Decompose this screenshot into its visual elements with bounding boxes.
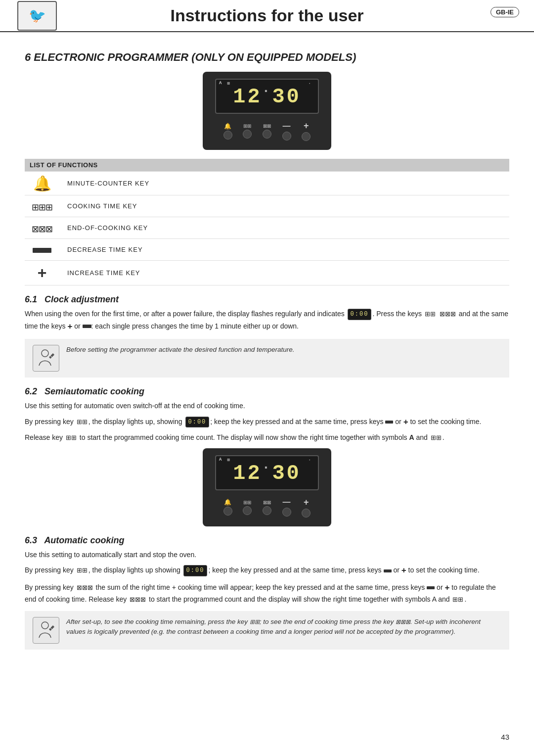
plus-label: INCREASE TIME KEY <box>59 261 509 285</box>
display-0-00-ref: 0:00 <box>348 309 372 320</box>
section6-1-label: Clock adjustment <box>44 294 119 304</box>
button-end-cooking-2: ⊠⊠ <box>263 500 271 515</box>
button-cooking: ⊞⊞ <box>243 123 252 139</box>
note-text-6-3: After set-up, to see the cooking time re… <box>66 617 501 637</box>
section6-3-body3: By pressing key ⊠⊠⊠ the sum of the right… <box>25 581 509 605</box>
minus-ref3 <box>384 569 392 572</box>
section6-2-label: Semiautomatic cooking <box>44 386 144 396</box>
display-screen-bottom: A ⊞ · 12·30 <box>215 455 319 490</box>
section6-1-title: 6.1 Clock adjustment <box>25 294 509 305</box>
plus-symbol: + <box>304 121 309 131</box>
section6-1-number: 6.1 <box>25 294 37 304</box>
function-row-end-cooking: ⊠⊠⊠ END-OF-COOKING KEY <box>25 217 509 239</box>
note-svg-icon-2 <box>36 620 56 640</box>
section6-3-body1: Use this setting to automatically start … <box>25 550 509 561</box>
page-header: 🐦 Instructions for the user GB-IE <box>0 0 534 32</box>
display-screen-top: A ⊞ · 12·30 <box>215 79 319 114</box>
plus-ref4: + <box>445 583 449 592</box>
display-buttons-row-top: 🔔 ⊞⊞ ⊠⊠ — + <box>215 119 319 143</box>
page-number: 43 <box>501 733 509 741</box>
bell-icon: 🔔 <box>33 175 51 191</box>
cooking-key-ref3: ⊞⊞ <box>66 433 77 443</box>
note-box-6-3: After set-up, to see the cooking time re… <box>25 611 509 650</box>
note-svg-icon <box>36 348 56 368</box>
end-cooking-symbol: ⊠⊠ <box>263 123 271 129</box>
section6-1-body: When using the oven for the first time, … <box>25 309 509 333</box>
page-title: Instructions for the user <box>170 6 363 25</box>
plus-ref2: + <box>403 417 408 426</box>
section6-3-number: 6.3 <box>25 535 37 545</box>
dot-btn-minus-2[interactable] <box>282 508 291 517</box>
dot-btn-plus[interactable] <box>302 132 311 141</box>
note-icon-6-1 <box>33 345 59 372</box>
bell-symbol-2: 🔔 <box>224 499 231 506</box>
button-minus-2: — <box>282 498 291 517</box>
plus-ref1: + <box>67 322 72 331</box>
dot-btn-cooking-2[interactable] <box>243 506 252 515</box>
display-buttons-row-bottom: 🔔 ⊞⊞ ⊠⊠ — + <box>215 495 319 520</box>
button-minus: — <box>282 122 291 141</box>
button-bell-2: 🔔 <box>223 499 232 516</box>
dot-btn-bell-2[interactable] <box>223 507 232 516</box>
end-cooking-icon-cell: ⊠⊠⊠ <box>25 217 59 239</box>
minus-ref2 <box>385 421 393 424</box>
functions-table: LIST OF FUNCTIONS 🔔 MINUTE-COUNTER KEY ⊞… <box>25 159 509 285</box>
main-content: 6 ELECTRONIC PROGRAMMER (ONLY ON EQUIPPE… <box>0 32 534 678</box>
plus-symbol-2: + <box>304 497 309 508</box>
cooking-symbol-2: ⊞⊞ <box>243 500 251 505</box>
cooking-symbol: ⊞⊞ <box>243 123 251 129</box>
button-plus: + <box>302 121 311 141</box>
dot-btn-minus[interactable] <box>282 132 291 141</box>
note-icon-6-3 <box>33 617 59 644</box>
section6-heading: 6 ELECTRONIC PROGRAMMER (ONLY ON EQUIPPE… <box>25 51 509 64</box>
minus-icon-cell <box>25 239 59 261</box>
bell-label: MINUTE-COUNTER KEY <box>59 172 509 195</box>
cooking-symbol-ref: ⊞⊞ <box>431 433 442 443</box>
section6-2-body1: Use this setting for automatic oven swit… <box>25 401 509 412</box>
dot-btn-end-cooking-2[interactable] <box>263 506 271 515</box>
function-row-cooking: ⊞⊞⊞ COOKING TIME KEY <box>25 195 509 217</box>
display-area-top: A ⊞ · 12·30 🔔 ⊞⊞ ⊠⊠ <box>25 72 509 150</box>
minus-symbol-2: — <box>283 498 291 507</box>
function-row-plus: + INCREASE TIME KEY <box>25 261 509 285</box>
functions-table-header: LIST OF FUNCTIONS <box>25 159 509 172</box>
dot-btn-bell[interactable] <box>223 131 232 140</box>
note-box-6-1: Before setting the programmer activate t… <box>25 339 509 378</box>
section6-3-body2: By pressing key ⊞⊞, the display lights u… <box>25 564 509 577</box>
bell-symbol: 🔔 <box>224 123 231 130</box>
minus-label: DECREASE TIME KEY <box>59 239 509 261</box>
dot-btn-end-cooking[interactable] <box>263 130 271 139</box>
function-row-bell: 🔔 MINUTE-COUNTER KEY <box>25 172 509 195</box>
plus-ref3: + <box>401 566 406 575</box>
end-cooking-icon: ⊠⊠⊠ <box>32 224 52 234</box>
display-top-symbols: A ⊞ <box>219 81 232 86</box>
cooking-key-ref4: ⊞⊞ <box>77 566 88 575</box>
minus-symbol: — <box>283 122 291 131</box>
end-cooking-symbol-2: ⊠⊠ <box>263 500 271 505</box>
oven-programmer-display-2: A ⊞ · 12·30 🔔 ⊞⊞ ⊠⊠ <box>203 448 331 526</box>
cooking-time-icon-cell: ⊞⊞⊞ <box>25 195 59 217</box>
section6-3-title: 6.3 Automatic cooking <box>25 535 509 546</box>
cooking-key-ref1: ⊞⊞ <box>425 309 436 319</box>
cooking-time-label: COOKING TIME KEY <box>59 195 509 217</box>
plus-icon-cell: + <box>25 261 59 285</box>
dot-btn-plus-2[interactable] <box>302 509 311 518</box>
cooking-time-icon: ⊞⊞⊞ <box>32 202 52 212</box>
section6-2-body2: By pressing key ⊞⊞, the display lights u… <box>25 416 509 428</box>
section6-2-number: 6.2 <box>25 386 37 396</box>
minus-ref4 <box>427 586 435 589</box>
logo-image: 🐦 <box>17 1 57 31</box>
oven-programmer-display: A ⊞ · 12·30 🔔 ⊞⊞ ⊠⊠ <box>203 72 331 150</box>
cooking-key-ref2: ⊞⊞ <box>77 417 88 427</box>
minus-ref1 <box>83 325 91 328</box>
functions-table-header-row: LIST OF FUNCTIONS <box>25 159 509 172</box>
plus-key-icon: + <box>38 264 47 282</box>
section6-2-title: 6.2 Semiautomatic cooking <box>25 386 509 397</box>
display-0-00-ref2: 0:00 <box>185 417 210 428</box>
dot-btn-cooking[interactable] <box>243 130 252 139</box>
end-cooking-key-ref5: ⊠⊠⊠ <box>130 595 146 605</box>
note-text-6-1: Before setting the programmer activate t… <box>66 345 295 355</box>
display-small-indicator: · <box>309 81 313 86</box>
cooking-symbol-ref2: ⊞⊞ <box>452 595 463 605</box>
bell-icon-cell: 🔔 <box>25 172 59 195</box>
